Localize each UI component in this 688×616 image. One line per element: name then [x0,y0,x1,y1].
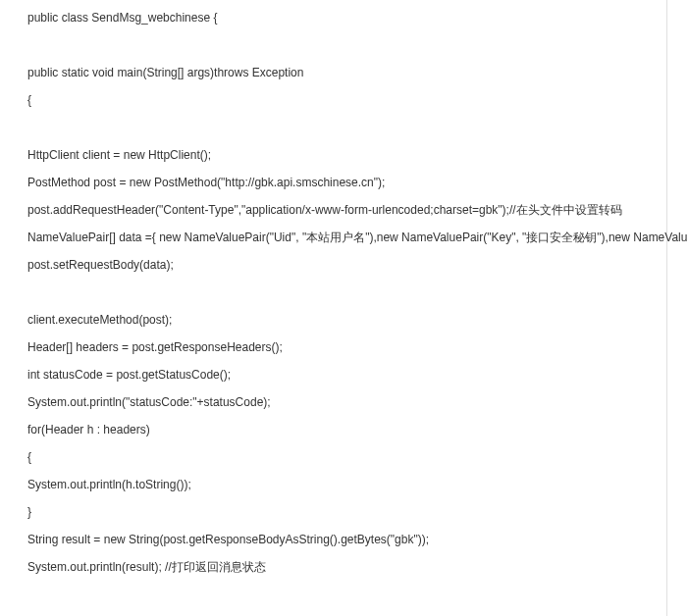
empty-line [27,31,666,59]
code-line: System.out.println("statusCode:"+statusC… [27,388,666,416]
code-line: post.setRequestBody(data); [27,251,666,279]
code-line: post.addRequestHeader("Content-Type","ap… [27,196,666,224]
empty-line [27,581,666,608]
code-line: client.executeMethod(post); [27,306,666,334]
code-line: System.out.println(result); //打印返回消息状态 [27,553,666,581]
empty-line [27,608,666,616]
empty-line [27,279,666,306]
code-line: PostMethod post = new PostMethod("http:/… [27,169,666,196]
code-line: int statusCode = post.getStatusCode(); [27,361,666,388]
code-line: for(Header h : headers) [27,416,666,443]
code-line: String result = new String(post.getRespo… [27,526,666,553]
code-line: { [27,86,666,114]
code-line: HttpClient client = new HttpClient(); [27,141,666,169]
empty-line [27,114,666,141]
code-line: NameValuePair[] data ={ new NameValuePai… [27,224,666,251]
code-line: { [27,443,666,471]
code-line: } [27,498,666,526]
code-line: public static void main(String[] args)th… [27,59,666,86]
code-line: Header[] headers = post.getResponseHeade… [27,334,666,361]
code-line: public class SendMsg_webchinese { [27,4,666,31]
code-container: public class SendMsg_webchinese { public… [0,0,667,616]
code-line: System.out.println(h.toString()); [27,471,666,498]
